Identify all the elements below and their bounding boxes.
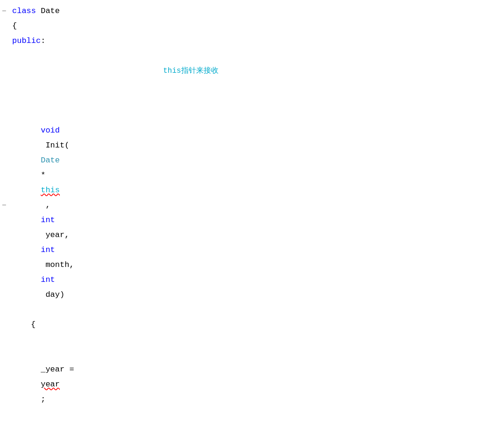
line-8: _month = month ; xyxy=(0,422,496,448)
keyword-int-year: int xyxy=(41,216,55,224)
line-content-ann1: this指针来接收 xyxy=(8,49,496,93)
semi-year: ; xyxy=(41,395,45,404)
line-6: { xyxy=(0,317,496,332)
line-content-1: class Date xyxy=(8,4,496,19)
brace-init-open: { xyxy=(31,320,35,329)
gutter-1: ─ xyxy=(0,4,8,19)
annotation-this-init: this指针来接收 xyxy=(163,67,218,75)
code-editor: ─ class Date { public: this指针来接收 ─ void … xyxy=(0,0,496,448)
collapse-icon-1[interactable]: ─ xyxy=(2,4,6,19)
keyword-this-init: this xyxy=(41,186,60,195)
gutter-5: ─ xyxy=(0,198,8,213)
class-name: Date xyxy=(36,7,60,15)
line-2: { xyxy=(0,19,496,34)
line-1: ─ class Date xyxy=(0,4,496,19)
stmt-year: _year = xyxy=(41,365,79,374)
annotation-line-init: this指针来接收 xyxy=(0,49,496,93)
space: Init( xyxy=(41,141,69,150)
type-date-init: Date xyxy=(41,156,60,165)
param-day: day) xyxy=(41,290,64,299)
line-content-6: { xyxy=(8,317,496,332)
param-year: year, xyxy=(41,231,74,239)
line-content-8: _month = month ; xyxy=(8,422,496,448)
keyword-int-day: int xyxy=(41,275,55,284)
line-content-2: { xyxy=(8,19,496,34)
keyword-class: class xyxy=(12,7,36,15)
ptr-star: * xyxy=(41,171,50,180)
keyword-public: public xyxy=(12,36,41,45)
line-content-5: void Init( Date * this , int year, int m… xyxy=(8,93,496,317)
line-5: ─ void Init( Date * this , int year, int… xyxy=(0,93,496,317)
line-content-3: public: xyxy=(8,34,496,49)
line-7: _year = year ; xyxy=(0,332,496,422)
param-month: month, xyxy=(41,260,79,269)
keyword-int-month: int xyxy=(41,245,55,254)
line-3: public: xyxy=(0,34,496,49)
comma-init: , xyxy=(41,201,50,210)
brace-open: { xyxy=(12,21,17,30)
line-content-7: _year = year ; xyxy=(8,332,496,422)
colon-public: : xyxy=(41,36,45,45)
keyword-void-init: void xyxy=(41,126,60,135)
collapse-icon-5[interactable]: ─ xyxy=(2,198,6,213)
var-year: year xyxy=(41,380,60,389)
